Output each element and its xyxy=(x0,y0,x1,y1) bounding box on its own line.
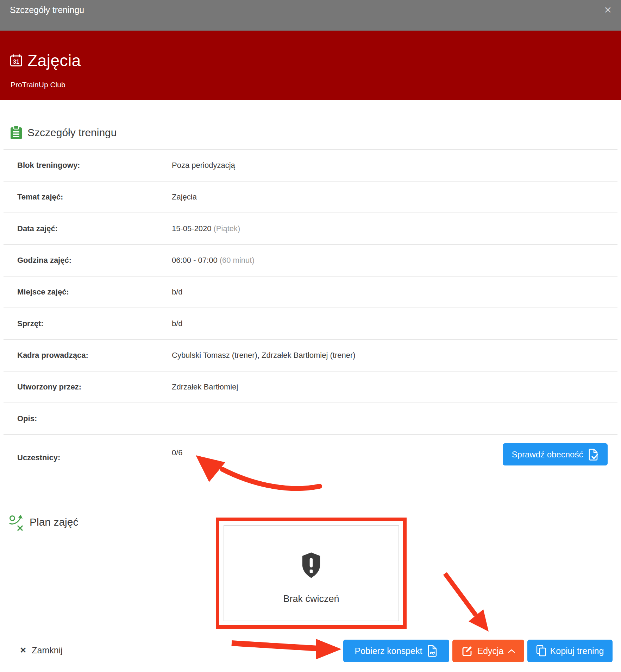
row-value: Cybulski Tomasz (trener), Zdrzałek Bartł… xyxy=(172,351,356,360)
close-x-icon: ✕ xyxy=(20,646,26,655)
close-icon[interactable]: ✕ xyxy=(604,6,612,15)
document-check-icon xyxy=(588,449,598,461)
participants-label: Uczestnicy: xyxy=(4,453,172,462)
svg-text:31: 31 xyxy=(13,59,19,65)
plan-section-title: Plan zajęć xyxy=(30,516,78,528)
table-row: Temat zajęć: Zajęcia xyxy=(4,182,617,213)
row-label: Godzina zajęć: xyxy=(4,256,172,265)
row-value-muted: (60 minut) xyxy=(220,256,255,265)
row-label: Utworzony przez: xyxy=(4,382,172,392)
training-banner: 31 Zajęcia ProTrainUp Club xyxy=(0,31,621,100)
annotation-arrow-download xyxy=(228,636,348,663)
row-label: Sprzęt: xyxy=(4,319,172,328)
row-label: Data zajęć: xyxy=(4,224,172,233)
row-label: Miejsce zajęć: xyxy=(4,287,172,297)
row-label: Temat zajęć: xyxy=(4,192,172,202)
table-row: Utworzony przez: Zdrzałek Bartłomiej xyxy=(4,372,617,403)
tactics-icon xyxy=(9,514,25,531)
table-row: Data zajęć: 15-05-2020(Piątek) xyxy=(4,213,617,245)
row-value: 15-05-2020 xyxy=(172,224,212,233)
row-value: Zajęcia xyxy=(172,192,197,201)
table-row: Kadra prowadząca: Cybulski Tomasz (trene… xyxy=(4,340,617,372)
attendance-button-label: Sprawdź obecność xyxy=(512,450,583,459)
row-value: b/d xyxy=(172,287,183,296)
row-value: Zdrzałek Bartłomiej xyxy=(172,382,238,391)
details-table: Blok treningowy: Poza periodyzacją Temat… xyxy=(4,149,617,481)
empty-exercises-annotation-box: Brak ćwiczeń xyxy=(216,518,407,629)
details-section-title: Szczegóły treningu xyxy=(27,127,117,139)
no-exercises-placeholder: Brak ćwiczeń xyxy=(224,525,399,621)
plan-section-header: Plan zajęć xyxy=(9,514,78,531)
training-details-modal: Szczegóły treningu ✕ 31 Zajęcia ProTrain… xyxy=(0,0,621,672)
table-row: Sprzęt: b/d xyxy=(4,308,617,340)
clipboard-icon xyxy=(10,125,23,140)
row-label: Opis: xyxy=(4,414,172,423)
annotation-arrow-edit xyxy=(439,569,492,634)
check-attendance-button[interactable]: Sprawdź obecność xyxy=(503,443,608,465)
training-name-title: Zajęcia xyxy=(27,51,81,70)
close-label: Zamknij xyxy=(32,645,63,655)
row-label: Kadra prowadząca: xyxy=(4,351,172,360)
row-value-muted: (Piątek) xyxy=(214,224,240,233)
empty-exercises-text: Brak ćwiczeń xyxy=(283,594,339,604)
row-value: 06:00 - 07:00 xyxy=(172,256,218,265)
shield-alert-icon xyxy=(300,551,322,579)
copy-training-button[interactable]: Kopiuj trening xyxy=(527,640,613,662)
download-outline-button[interactable]: Pobierz konspekt xyxy=(343,640,449,662)
edit-button[interactable]: Edycja xyxy=(452,640,524,662)
copy-icon xyxy=(536,645,547,657)
row-label: Blok treningowy: xyxy=(4,161,172,170)
row-value: Poza periodyzacją xyxy=(172,161,235,170)
table-row: Miejsce zajęć: b/d xyxy=(4,277,617,308)
table-row: Blok treningowy: Poza periodyzacją xyxy=(4,150,617,182)
edit-pencil-icon xyxy=(462,645,473,657)
edit-button-label: Edycja xyxy=(477,646,503,656)
close-modal-button[interactable]: ✕ Zamknij xyxy=(20,645,63,655)
modal-title: Szczegóły treningu xyxy=(10,5,84,15)
club-name: ProTrainUp Club xyxy=(11,81,65,89)
download-button-label: Pobierz konspekt xyxy=(355,646,422,656)
pdf-file-icon xyxy=(427,645,438,657)
copy-button-label: Kopiuj trening xyxy=(550,646,604,656)
calendar-icon: 31 xyxy=(10,54,23,67)
details-section-header: Szczegóły treningu xyxy=(10,125,621,140)
table-row: Godzina zajęć: 06:00 - 07:00(60 minut) xyxy=(4,245,617,277)
chevron-up-icon xyxy=(508,649,515,653)
modal-title-bar: Szczegóły treningu ✕ xyxy=(0,0,621,31)
table-row: Opis: xyxy=(4,403,617,435)
row-value: b/d xyxy=(172,319,183,328)
